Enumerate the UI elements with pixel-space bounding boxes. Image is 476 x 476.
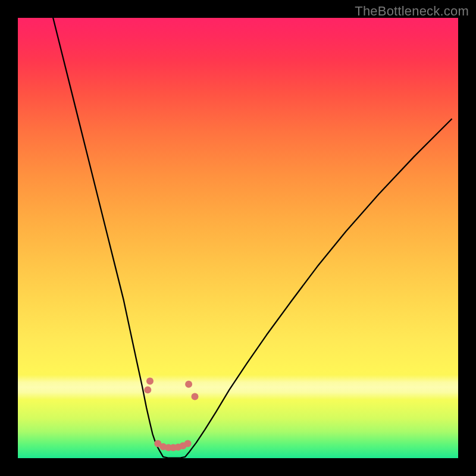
plot-area [18,18,458,458]
chart-frame: TheBottleneck.com [0,0,476,476]
curves-svg [18,18,458,458]
marker-dot [185,381,192,388]
marker-dot [184,440,192,447]
bottleneck-path [53,18,452,458]
marker-dot [192,393,199,400]
marker-dot [146,378,154,385]
marker-dot [144,386,151,393]
marker-dots [144,378,198,452]
watermark-text: TheBottleneck.com [355,4,469,19]
bottleneck-curve [53,18,452,458]
